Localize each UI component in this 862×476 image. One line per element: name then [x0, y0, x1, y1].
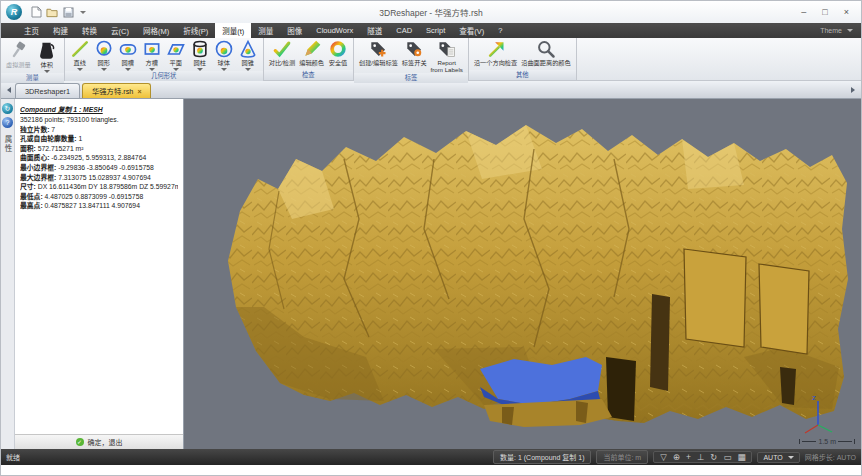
report-from-labels-button[interactable]: Reportfrom Labels	[429, 39, 465, 73]
app-window: R 3DReshaper - 华强方特.rsh – □ × 主页 构建 转换 云…	[0, 0, 862, 476]
cone-shape-button[interactable]: 圆锥	[236, 39, 260, 71]
zoom-icon[interactable]: ⊕	[673, 452, 680, 462]
object-title: Compound 复制 1 : MESH	[20, 105, 178, 115]
line-shape-button[interactable]: 直线	[68, 39, 92, 71]
center-icon[interactable]: +	[686, 452, 691, 462]
sphere-shape-button[interactable]: 球体	[212, 39, 236, 71]
rect-slot-button[interactable]: 方槽	[140, 39, 164, 71]
scale-bar: 1.5 m	[799, 438, 855, 445]
label-toggle-button[interactable]: 标签开关	[400, 39, 429, 66]
help-icon[interactable]: ?	[2, 117, 13, 128]
surface-distance-color-button[interactable]: 沿曲面距离的颜色	[519, 39, 573, 66]
minimize-button[interactable]: –	[801, 7, 806, 17]
property-line: 独立片数: 7	[20, 125, 178, 135]
sphere-icon	[214, 39, 234, 59]
tab-help[interactable]: ?	[491, 23, 509, 38]
line-icon	[70, 39, 90, 59]
ok-exit-label: 确定，退出	[88, 437, 123, 447]
logo-mini-icon[interactable]: ↻	[2, 103, 13, 114]
tab-cad[interactable]: CAD	[389, 23, 419, 38]
properties-tab[interactable]: 属性	[2, 135, 13, 154]
tab-tunnel[interactable]: 隧道	[360, 23, 389, 38]
direction-arrow-icon	[486, 39, 506, 59]
axis-icon[interactable]: ⊥	[697, 452, 704, 462]
magnifier-icon	[536, 39, 556, 59]
property-line: 尺寸: DX 16.611436m DY 18.879586m DZ 5.599…	[20, 182, 178, 192]
axis-z-label: z	[812, 393, 816, 402]
auto-dropdown[interactable]: AUTO	[757, 452, 799, 463]
ribbon-group-geometry: 直线 圆形 圆槽 方槽 平面 圆柱 球体 圆锥 几何形状	[65, 38, 264, 80]
property-line: 曲面质心: -6.234925, 5.959313, 2.884764	[20, 153, 178, 163]
new-file-icon[interactable]	[30, 6, 42, 18]
group-label-other: 其他	[469, 70, 576, 80]
close-button[interactable]: ×	[844, 7, 849, 17]
slot-shape-button[interactable]: 圆槽	[116, 39, 140, 71]
check-icon: ✓	[76, 438, 84, 446]
properties-panel: Compound 复制 1 : MESH 352186 points; 7931…	[15, 99, 184, 449]
save-icon[interactable]	[62, 6, 74, 18]
doc-tab-scroll-left[interactable]	[5, 84, 13, 96]
theme-selector[interactable]: Theme	[820, 23, 853, 38]
tag-gear-icon	[404, 39, 424, 59]
document-tab-bar: 3DReshaper1 华强方特.rsh ×	[1, 81, 861, 99]
volume-beaker-icon	[35, 39, 59, 61]
inspect-direction-button[interactable]: 沿一个方向检查	[472, 39, 519, 66]
ring-icon	[328, 39, 348, 59]
tab-polyline[interactable]: 折线(P)	[176, 23, 215, 38]
tab-cloud[interactable]: 云(C)	[104, 23, 136, 38]
virtual-measure-button[interactable]: 虚拟测量	[4, 39, 33, 68]
circle-shape-button[interactable]: 圆形	[92, 39, 116, 71]
viewport-3d[interactable]: z 1.5 m	[184, 99, 861, 449]
select-rect-icon[interactable]: ▭	[723, 452, 731, 462]
plane-shape-button[interactable]: 平面	[164, 39, 188, 71]
chevron-down-icon	[847, 29, 853, 32]
doc-tab-active[interactable]: 华强方特.rsh ×	[82, 83, 151, 98]
quick-access-more-icon[interactable]	[80, 11, 86, 14]
create-edit-label-button[interactable]: 创建/编辑标签	[357, 39, 400, 66]
doc-tab-scroll-right[interactable]	[849, 84, 857, 96]
left-icon-strip: ↻ ? 属性	[1, 99, 15, 449]
tab-mesh[interactable]: 网格(M)	[136, 23, 176, 38]
tab-measure[interactable]: 测量	[251, 23, 280, 38]
theme-label: Theme	[820, 27, 842, 34]
volume-button[interactable]: 体积	[33, 39, 61, 73]
status-bar: 就绪 数量: 1 (Compound 复制 1) 当前单位: m ▽ ⊕ + ⊥…	[1, 449, 861, 465]
edit-colors-button[interactable]: 编辑颜色	[297, 39, 326, 66]
plane-icon	[166, 39, 186, 59]
tab-transform[interactable]: 转换	[75, 23, 104, 38]
doc-tab-label: 华强方特.rsh	[92, 86, 133, 96]
tab-home[interactable]: 主页	[17, 23, 46, 38]
tab-construct[interactable]: 构建	[46, 23, 75, 38]
values-button[interactable]: 安全值	[326, 39, 350, 66]
tab-image[interactable]: 图像	[280, 23, 309, 38]
doc-tab-label: 3DReshaper1	[25, 87, 70, 96]
auto-label: AUTO	[763, 454, 782, 461]
view-tools: ▽ ⊕ + ⊥ ↻ ▭ ▦	[653, 451, 752, 463]
doc-tab-3dreshaper1[interactable]: 3DReshaper1	[15, 83, 80, 98]
ribbon-group-labels: 创建/编辑标签 标签开关 Reportfrom Labels 标签	[354, 38, 469, 80]
chevron-right-icon	[851, 87, 855, 93]
compare-inspect-button[interactable]: 对比/检测	[267, 39, 297, 66]
tab-survey-active[interactable]: 测量(t)	[215, 23, 251, 38]
open-file-icon[interactable]	[46, 6, 58, 18]
rotate-icon[interactable]: ↻	[710, 452, 717, 462]
current-unit: 当前单位: m	[596, 450, 648, 464]
group-label-geometry: 几何形状	[65, 71, 263, 81]
tab-view[interactable]: 查看(V)	[452, 23, 491, 38]
ribbon-group-other: 沿一个方向检查 沿曲面距离的颜色 其他	[469, 38, 577, 80]
pencil-icon	[302, 39, 322, 59]
ribbon-group-measure: 虚拟测量 体积 测量	[1, 38, 65, 80]
compare-check-icon	[272, 39, 292, 59]
cone-icon	[238, 39, 258, 59]
ok-exit-button[interactable]: ✓ 确定，退出	[15, 434, 183, 449]
window-title: 3DReshaper - 华强方特.rsh	[1, 6, 861, 18]
filter-icon[interactable]: ▽	[660, 452, 667, 462]
property-line: 最低点: 4.487025 0.8873099 -0.6915758	[20, 192, 178, 202]
maximize-button[interactable]: □	[822, 7, 827, 17]
grid-icon[interactable]: ▦	[737, 452, 745, 462]
cylinder-shape-button[interactable]: 圆柱	[188, 39, 212, 71]
tab-script[interactable]: Script	[419, 23, 452, 38]
doc-tab-close-icon[interactable]: ×	[137, 88, 141, 95]
tab-cloudworx[interactable]: CloudWorx	[309, 23, 360, 38]
app-logo-icon: R	[6, 4, 22, 20]
